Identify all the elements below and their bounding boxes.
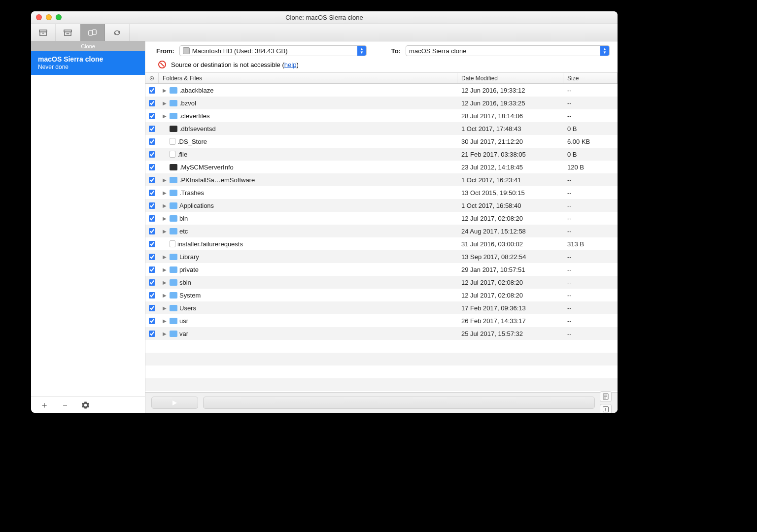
header-date[interactable]: Date Modified (457, 73, 563, 83)
table-row[interactable]: ▶.cleverfiles28 Jul 2017, 18:14:06-- (145, 109, 618, 122)
disclosure-triangle-icon[interactable]: ▶ (163, 88, 168, 93)
table-row[interactable]: ▶.bzvol12 Jun 2016, 19:33:25-- (145, 97, 618, 109)
table-row[interactable]: ▶private29 Jan 2017, 10:57:51-- (145, 263, 618, 276)
disclosure-triangle-icon[interactable]: ▶ (163, 203, 168, 208)
row-name: .file (177, 151, 187, 158)
row-date: 23 Jul 2012, 14:18:45 (457, 164, 563, 171)
row-size: -- (563, 215, 618, 222)
table-row[interactable]: ▶Library13 Sep 2017, 08:22:54-- (145, 250, 618, 263)
row-checkbox[interactable] (149, 331, 155, 337)
table-row[interactable]: .dbfseventsd1 Oct 2017, 17:48:430 B (145, 122, 618, 135)
row-date: 1 Oct 2017, 16:58:40 (457, 202, 563, 209)
row-checkbox[interactable] (149, 228, 155, 234)
table-row[interactable]: .MySCMServerInfo23 Jul 2012, 14:18:45120… (145, 161, 618, 173)
table-row[interactable]: ▶.PKInstallSa…emSoftware1 Oct 2017, 16:2… (145, 173, 618, 186)
to-volume-value: macOS Sierra clone (409, 47, 466, 55)
row-checkbox[interactable] (149, 87, 155, 94)
table-row[interactable]: ▶Users17 Feb 2017, 09:36:13-- (145, 301, 618, 314)
row-checkbox[interactable] (149, 164, 155, 170)
task-list-item[interactable]: macOS Sierra clone Never done (31, 51, 145, 75)
zoom-button[interactable] (56, 14, 62, 20)
disclosure-triangle-icon[interactable]: ▶ (163, 293, 168, 298)
table-row[interactable]: .file21 Feb 2017, 03:38:050 B (145, 148, 618, 161)
sidebar-footer: ＋ － (31, 397, 145, 413)
disclosure-triangle-icon[interactable]: ▶ (163, 113, 168, 119)
row-date: 12 Jul 2017, 02:08:20 (457, 279, 563, 286)
folder-icon (170, 202, 177, 209)
table-row[interactable]: ▶usr26 Feb 2017, 14:33:17-- (145, 314, 618, 327)
disclosure-triangle-icon[interactable]: ▶ (163, 305, 168, 311)
task-subtitle: Never done (38, 64, 138, 70)
toolbar-sync-button[interactable] (105, 24, 130, 41)
row-date: 31 Jul 2016, 03:00:02 (457, 240, 563, 248)
disclosure-triangle-icon[interactable]: ▶ (163, 318, 168, 324)
remove-task-button[interactable]: － (61, 400, 69, 409)
row-checkbox[interactable] (149, 241, 155, 247)
table-body[interactable]: ▶.abackblaze12 Jun 2016, 19:33:12--▶.bzv… (145, 84, 618, 392)
table-row[interactable]: installer.failurerequests31 Jul 2016, 03… (145, 237, 618, 250)
svg-rect-7 (93, 30, 97, 34)
from-volume-combo[interactable]: Macintosh HD (Used: 384.43 GB) ▲▼ (179, 45, 367, 56)
row-checkbox[interactable] (149, 254, 155, 260)
close-button[interactable] (36, 14, 42, 20)
disclosure-triangle-icon[interactable]: ▶ (163, 190, 168, 196)
table-row[interactable]: ▶sbin12 Jul 2017, 02:08:20-- (145, 276, 618, 289)
row-checkbox[interactable] (149, 126, 155, 132)
disclosure-triangle-icon[interactable]: ▶ (163, 216, 168, 221)
table-row[interactable]: .DS_Store30 Jul 2017, 21:12:206.00 KB (145, 135, 618, 148)
disclosure-triangle-icon[interactable]: ▶ (163, 331, 168, 336)
table-row[interactable]: ▶.Trashes13 Oct 2015, 19:50:15-- (145, 186, 618, 199)
row-checkbox[interactable] (149, 190, 155, 196)
disclosure-triangle-icon[interactable]: ▶ (163, 100, 168, 106)
add-task-button[interactable]: ＋ (40, 400, 49, 409)
row-checkbox[interactable] (149, 215, 155, 222)
run-button[interactable] (151, 397, 198, 409)
header-target-col[interactable] (145, 73, 159, 83)
row-checkbox[interactable] (149, 100, 155, 106)
chevron-updown-icon: ▲▼ (357, 46, 366, 56)
row-size: -- (563, 253, 618, 261)
row-checkbox[interactable] (149, 202, 155, 209)
row-checkbox[interactable] (149, 279, 155, 286)
row-name: .dbfseventsd (179, 125, 216, 133)
row-checkbox[interactable] (149, 305, 155, 311)
table-row[interactable]: ▶System12 Jul 2017, 02:08:20-- (145, 289, 618, 301)
row-date: 21 Feb 2017, 03:38:05 (457, 151, 563, 158)
folder-icon (170, 266, 177, 273)
header-name[interactable]: Folders & Files (159, 73, 457, 83)
target-icon (149, 75, 154, 81)
settings-button[interactable] (81, 401, 90, 409)
disclosure-triangle-icon[interactable]: ▶ (163, 267, 168, 272)
minimize-button[interactable] (46, 14, 52, 20)
table-row[interactable]: ▶.abackblaze12 Jun 2016, 19:33:12-- (145, 84, 618, 97)
file-icon (170, 138, 175, 145)
to-volume-combo[interactable]: macOS Sierra clone ▲▼ (406, 45, 610, 56)
toolbar-archive-button[interactable] (31, 24, 56, 41)
disclosure-triangle-icon[interactable]: ▶ (163, 254, 168, 260)
table-row[interactable]: ▶Applications1 Oct 2017, 16:58:40-- (145, 199, 618, 212)
row-date: 30 Jul 2017, 21:12:20 (457, 138, 563, 145)
row-checkbox[interactable] (149, 177, 155, 183)
row-checkbox[interactable] (149, 266, 155, 273)
log-button[interactable] (600, 391, 612, 402)
row-checkbox[interactable] (149, 113, 155, 119)
disclosure-triangle-icon[interactable]: ▶ (163, 177, 168, 183)
table-row[interactable]: ▶etc24 Aug 2017, 15:12:58-- (145, 225, 618, 237)
row-size: -- (563, 279, 618, 286)
row-date: 12 Jul 2017, 02:08:20 (457, 215, 563, 222)
header-size[interactable]: Size (563, 73, 618, 83)
disclosure-triangle-icon[interactable]: ▶ (163, 280, 168, 285)
folder-icon (170, 228, 177, 234)
table-row[interactable]: ▶bin12 Jul 2017, 02:08:20-- (145, 212, 618, 225)
errors-button[interactable] (600, 404, 612, 413)
row-checkbox[interactable] (149, 318, 155, 324)
archive-icon (38, 29, 48, 37)
toolbar-archive-minus-button[interactable] (56, 24, 80, 41)
row-checkbox[interactable] (149, 292, 155, 299)
toolbar-clone-button[interactable] (80, 24, 105, 41)
help-link[interactable]: help (284, 61, 297, 68)
row-checkbox[interactable] (149, 138, 155, 145)
row-checkbox[interactable] (149, 151, 155, 158)
table-row[interactable]: ▶var25 Jul 2017, 15:57:32-- (145, 327, 618, 340)
disclosure-triangle-icon[interactable]: ▶ (163, 229, 168, 234)
